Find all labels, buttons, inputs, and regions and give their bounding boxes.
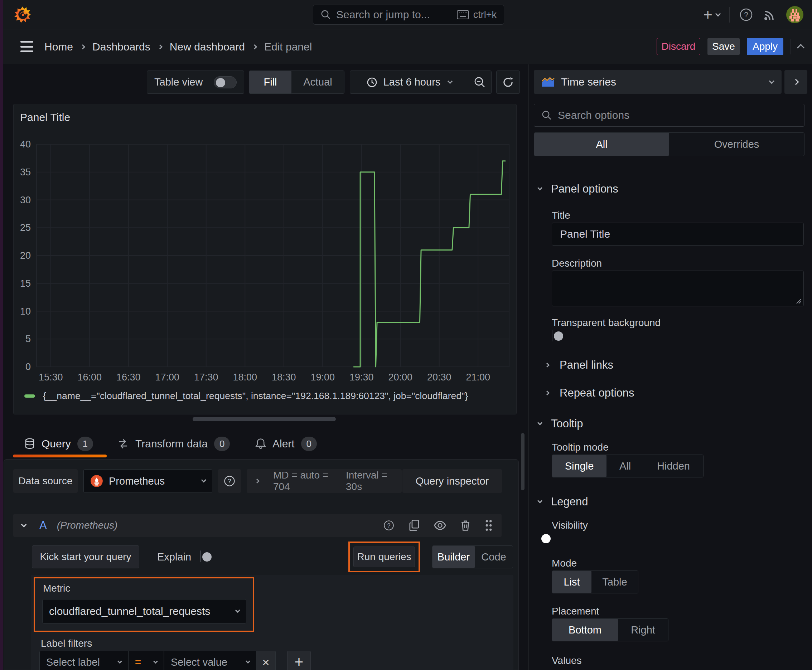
label-filters-label: Label filters (41, 638, 92, 649)
interval: Interval = 30s (346, 470, 393, 492)
time-range-picker[interactable]: Last 6 hours (350, 71, 468, 93)
svg-text:15:30: 15:30 (39, 372, 63, 382)
kick-start-button[interactable]: Kick start your query (32, 545, 139, 568)
tooltip-mode-all[interactable]: All (607, 455, 644, 477)
breadcrumb-new-dashboard[interactable]: New dashboard (170, 41, 245, 53)
title-input[interactable]: Panel Title (552, 223, 804, 245)
tooltip-mode-switch: Single All Hidden (552, 455, 704, 477)
metric-select[interactable]: cloudflared_tunnel_total_requests (42, 599, 246, 623)
hide-response-button[interactable] (434, 519, 446, 531)
svg-text:20:30: 20:30 (427, 372, 451, 382)
add-filter-button[interactable]: + (287, 651, 311, 670)
remove-query-button[interactable] (460, 519, 471, 531)
svg-text:18:30: 18:30 (272, 372, 296, 382)
svg-text:?: ? (228, 478, 231, 485)
legend-mode-table[interactable]: Table (592, 571, 638, 593)
breadcrumb-home[interactable]: Home (44, 41, 73, 53)
datasource-picker[interactable]: Prometheus (83, 469, 212, 493)
tooltip-header[interactable]: Tooltip (538, 417, 583, 430)
discard-button[interactable]: Discard (657, 38, 700, 55)
top-nav: Search or jump to... ctrl+k + ? (3, 0, 812, 29)
refresh-icon (502, 76, 514, 88)
table-view-control: Table view (147, 71, 244, 94)
legend-series-label[interactable]: {__name__="cloudflared_tunnel_total_requ… (43, 391, 468, 401)
chart-legend[interactable]: {__name__="cloudflared_tunnel_total_requ… (24, 391, 468, 401)
help-button[interactable]: ? (739, 7, 753, 22)
svg-text:19:00: 19:00 (310, 372, 335, 382)
query-editor-card: Data source Prometheus ? MD = auto = 704… (3, 459, 519, 670)
scrollbar-thumb[interactable] (521, 433, 524, 490)
query-options-bar[interactable]: MD = auto = 704 Interval = 30s (247, 469, 402, 493)
legend-placement-bottom[interactable]: Bottom (552, 619, 618, 641)
legend-series-swatch (24, 394, 35, 398)
datasource-help-button[interactable]: ? (218, 469, 241, 493)
repeat-options-header[interactable]: Repeat options (545, 387, 634, 399)
menu-toggle[interactable] (20, 41, 34, 52)
chevron-down-icon (153, 659, 158, 663)
viz-suggestions-button[interactable] (785, 70, 807, 94)
svg-text:35: 35 (20, 167, 31, 178)
run-queries-button[interactable]: Run queries (353, 546, 415, 567)
table-view-toggle[interactable] (214, 76, 237, 88)
global-search[interactable]: Search or jump to... ctrl+k (313, 5, 504, 25)
remove-filter-button[interactable]: × (256, 651, 276, 670)
transparent-bg-toggle[interactable] (552, 330, 553, 342)
label-filter-op-select[interactable]: = (128, 651, 164, 670)
query-row-header[interactable]: A (Prometheus) ? (13, 514, 502, 537)
panel-options-header[interactable]: Panel options (538, 183, 618, 195)
duplicate-query-button[interactable] (409, 519, 420, 531)
grafana-logo[interactable] (14, 6, 32, 24)
new-menu-button[interactable]: + (703, 7, 720, 22)
grip-dots-icon (485, 519, 493, 531)
tab-all[interactable]: All (534, 133, 669, 156)
viz-picker-label: Time series (561, 76, 616, 88)
zoom-out-button[interactable] (468, 71, 491, 93)
builder-option[interactable]: Builder (432, 546, 475, 568)
refresh-button[interactable] (496, 71, 520, 94)
drag-query-handle[interactable] (485, 519, 493, 531)
datasource-label: Data source (13, 469, 78, 493)
legend-header[interactable]: Legend (538, 495, 588, 508)
query-datasource-hint: (Prometheus) (57, 520, 118, 531)
actual-option[interactable]: Actual (292, 71, 344, 93)
news-button[interactable] (763, 7, 777, 22)
repeat-options-title: Repeat options (559, 387, 634, 399)
viz-picker[interactable]: Time series (534, 70, 781, 94)
transform-tab[interactable]: Transform data 0 (117, 432, 230, 455)
rss-icon (763, 7, 777, 22)
label-filter-value-select[interactable]: Select value (164, 651, 256, 670)
chart-svg[interactable]: 051015202530354015:3016:0016:3017:0017:3… (18, 138, 513, 386)
query-inspector-button[interactable]: Query inspector (402, 469, 502, 493)
plus-icon: + (703, 7, 712, 22)
avatar[interactable] (786, 6, 804, 23)
tab-overrides[interactable]: Overrides (669, 133, 804, 156)
panel-links-header[interactable]: Panel links (545, 359, 613, 372)
breadcrumb: Home Dashboards New dashboard Edit panel (44, 29, 312, 64)
panel-title[interactable]: Panel Title (20, 111, 70, 124)
collapse-query-icon[interactable] (21, 521, 27, 527)
save-button[interactable]: Save (707, 38, 740, 55)
help-icon: ? (223, 475, 236, 487)
description-textarea[interactable] (552, 271, 804, 306)
query-help-button[interactable]: ? (383, 519, 395, 531)
label-filter-key-select[interactable]: Select label (39, 651, 128, 670)
fill-option[interactable]: Fill (249, 71, 292, 93)
query-tab[interactable]: Query 1 (24, 432, 93, 455)
alert-tab[interactable]: Alert 0 (255, 432, 317, 455)
chevron-right-icon (544, 391, 549, 396)
apply-button[interactable]: Apply (747, 38, 783, 55)
tooltip-mode-single[interactable]: Single (552, 455, 607, 477)
select-value-placeholder: Select value (171, 656, 227, 668)
collapse-header-button[interactable] (797, 44, 805, 51)
legend-placement-right[interactable]: Right (618, 619, 668, 641)
explain-toggle[interactable] (200, 550, 201, 562)
options-search[interactable]: Search options (534, 104, 805, 127)
tooltip-mode-hidden[interactable]: Hidden (644, 455, 703, 477)
legend-mode-list[interactable]: List (552, 571, 592, 593)
code-option[interactable]: Code (475, 546, 513, 568)
svg-text:16:30: 16:30 (116, 372, 141, 382)
chevron-down-icon (537, 498, 542, 503)
pane-resize-handle[interactable] (193, 417, 336, 421)
breadcrumb-dashboards[interactable]: Dashboards (92, 41, 150, 53)
chevron-down-icon (235, 608, 240, 613)
